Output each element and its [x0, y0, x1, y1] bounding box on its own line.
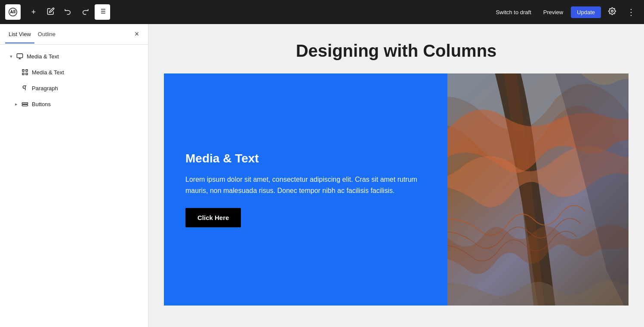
tree-item-root-label: Media & Text: [27, 53, 59, 60]
tree-item-child-label: Media & Text: [32, 69, 64, 76]
chevron-down-icon: ▾: [7, 54, 15, 59]
tree-item-media-text-root[interactable]: ▾ Media & Text: [2, 49, 146, 64]
media-text-body: Lorem ipsum dolor sit amet, consectetur …: [185, 174, 426, 196]
buttons-icon: [21, 101, 29, 107]
terrain-svg: [447, 73, 629, 306]
tree-item-paragraph-label: Paragraph: [32, 85, 58, 92]
edit-button[interactable]: [43, 4, 59, 20]
wp-logo: [5, 4, 21, 20]
tab-outline[interactable]: Outline: [34, 26, 59, 43]
tree-item-paragraph[interactable]: ▸ Paragraph: [2, 80, 146, 96]
settings-button[interactable]: [604, 4, 620, 20]
sidebar-close-button[interactable]: ×: [131, 28, 143, 40]
media-text-child-icon: [21, 69, 29, 76]
undo-button[interactable]: [60, 4, 76, 20]
sidebar: List View Outline × ▾ Media & Text: [0, 24, 148, 327]
plus-icon: +: [31, 8, 36, 17]
more-options-button[interactable]: ⋮: [623, 4, 639, 20]
gear-icon: [608, 7, 616, 17]
switch-draft-button[interactable]: Switch to draft: [491, 6, 535, 18]
add-block-button[interactable]: +: [26, 4, 41, 20]
tree-item-buttons-label: Buttons: [32, 101, 51, 107]
list-view-button[interactable]: [95, 4, 110, 20]
topbar-right: Switch to draft Preview Update ⋮: [491, 4, 639, 20]
tree-item-media-text-child[interactable]: ▸ Media & Text: [2, 64, 146, 80]
topbar: +: [0, 0, 644, 24]
main-layout: List View Outline × ▾ Media & Text: [0, 24, 644, 327]
svg-rect-10: [22, 103, 28, 104]
edit-icon: [47, 7, 55, 17]
content-area: Designing with Columns Media & Text Lore…: [148, 24, 644, 327]
svg-point-6: [611, 10, 613, 12]
sidebar-tree: ▾ Media & Text ▸ Media: [0, 45, 148, 116]
click-here-button[interactable]: Click Here: [185, 208, 241, 227]
paragraph-icon: [21, 85, 29, 92]
chevron-right-icon: ▸: [12, 101, 21, 107]
svg-rect-7: [17, 54, 22, 58]
topbar-left: +: [5, 4, 110, 20]
preview-button[interactable]: Preview: [539, 6, 567, 18]
more-icon: ⋮: [627, 7, 635, 17]
close-icon: ×: [135, 30, 139, 39]
list-view-icon: [99, 7, 106, 17]
update-button[interactable]: Update: [571, 6, 601, 18]
media-text-root-icon: [15, 53, 24, 60]
redo-button[interactable]: [77, 4, 93, 20]
sidebar-tabs: List View Outline ×: [0, 24, 148, 45]
undo-icon: [64, 7, 72, 17]
tab-list-view[interactable]: List View: [5, 26, 34, 43]
tree-item-buttons[interactable]: ▸ Buttons: [2, 96, 146, 112]
svg-rect-11: [22, 104, 28, 106]
media-text-heading: Media & Text: [185, 152, 426, 165]
redo-icon: [81, 7, 89, 17]
media-text-image: [447, 73, 629, 306]
page-title: Designing with Columns: [164, 41, 629, 61]
media-text-block: Media & Text Lorem ipsum dolor sit amet,…: [164, 73, 629, 306]
media-text-content: Media & Text Lorem ipsum dolor sit amet,…: [164, 73, 447, 306]
